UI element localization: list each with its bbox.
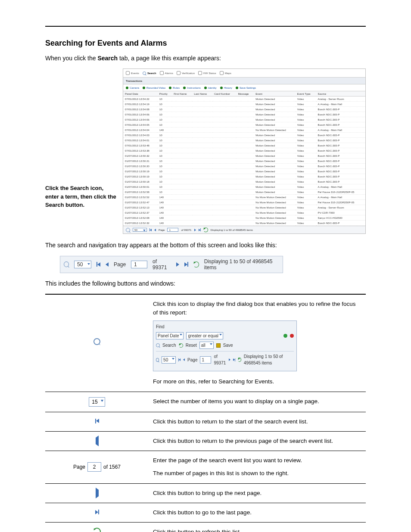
page-size-select[interactable]: 50 bbox=[162, 356, 176, 364]
reset-icon bbox=[179, 343, 183, 348]
refresh-icon[interactable] bbox=[238, 358, 241, 362]
prev-page-button[interactable] bbox=[183, 358, 185, 361]
intro-prefix: When you click the bbox=[45, 55, 97, 62]
intro-bold: Search bbox=[97, 55, 118, 62]
page-label: Page bbox=[187, 357, 197, 363]
table-row[interactable]: 01/07/2013 13:50:1810Motion DetectedVide… bbox=[123, 179, 365, 184]
chip-icon bbox=[198, 71, 202, 75]
col-message[interactable]: Message bbox=[236, 91, 254, 96]
search-button[interactable]: Search bbox=[162, 342, 176, 348]
all-select[interactable]: all bbox=[199, 342, 214, 349]
table-row[interactable]: 01/07/2013 13:50:3210Motion DetectedVide… bbox=[123, 153, 365, 159]
remove-criteria-icon[interactable] bbox=[290, 334, 294, 338]
search-icon[interactable] bbox=[64, 261, 69, 267]
tab-search[interactable]: Search bbox=[143, 72, 156, 75]
page-size-select[interactable]: 15 bbox=[89, 397, 105, 407]
table-row[interactable]: 01/07/2013 13:52:52140No More Motion Det… bbox=[123, 195, 365, 200]
last-page-button[interactable] bbox=[199, 228, 201, 231]
page-size-select[interactable]: 50 bbox=[133, 228, 147, 232]
table-row[interactable]: 01/07/2013 13:50:1910Motion DetectedVide… bbox=[123, 169, 365, 174]
filter-identity[interactable]: Identity bbox=[204, 86, 217, 89]
filter-recorded-video[interactable]: Recorded Video bbox=[143, 86, 165, 89]
tab-verification[interactable]: Verification bbox=[177, 71, 195, 75]
table-row[interactable]: 01/07/2013 13:50:1910Motion DetectedVide… bbox=[123, 174, 365, 179]
refresh-icon[interactable] bbox=[193, 261, 199, 268]
last-page-button[interactable] bbox=[233, 358, 235, 361]
first-page-button[interactable] bbox=[149, 228, 152, 231]
first-page-button[interactable] bbox=[95, 419, 99, 423]
table-row[interactable]: 07/01/2013 13:54:0810Motion DetectedVide… bbox=[123, 107, 365, 112]
col-priority[interactable]: Priority bbox=[158, 91, 172, 96]
table-row[interactable]: 07/01/2013 13:54:0610Motion DetectedVide… bbox=[123, 112, 365, 117]
col-first-name[interactable]: First Name bbox=[172, 91, 192, 96]
table-row[interactable]: 01/07/2013 13:50:0110Motion DetectedVide… bbox=[123, 184, 365, 190]
operator-select[interactable]: greater or equal bbox=[186, 332, 223, 339]
first-page-button[interactable] bbox=[97, 262, 100, 267]
col-source[interactable]: Source bbox=[316, 91, 365, 96]
table-row[interactable]: 01/07/2013 13:52:08140No More Motion Det… bbox=[123, 215, 365, 221]
table-row[interactable]: 07/01/2013 13:54:04140No More Motion Det… bbox=[123, 128, 365, 133]
col-panel-date[interactable]: Panel Date bbox=[123, 91, 158, 96]
table-row[interactable]: 01/07/2013 13:52:37140No More Motion Det… bbox=[123, 210, 365, 215]
next-page-button[interactable] bbox=[96, 488, 99, 498]
col-event-type[interactable]: Event Type bbox=[296, 91, 316, 96]
table-row[interactable]: 07/01/2013 13:54:2210Motion DetectedVide… bbox=[123, 96, 365, 102]
page-size-select[interactable]: 50 bbox=[74, 261, 91, 268]
first-page-button[interactable] bbox=[178, 358, 181, 361]
table-row[interactable]: 01/07/2013 13:50:2110Motion DetectedVide… bbox=[123, 159, 365, 164]
table-row[interactable]: 07/01/2013 13:54:1910Motion DetectedVide… bbox=[123, 102, 365, 107]
page-input[interactable]: 1 bbox=[167, 228, 178, 232]
add-criteria-icon[interactable] bbox=[283, 334, 287, 338]
table-row[interactable]: 01/07/2013 13:52:47140No More Motion Det… bbox=[123, 200, 365, 205]
tab-hwstatus[interactable]: HW Status bbox=[198, 71, 216, 75]
plus-icon bbox=[183, 87, 186, 89]
last-page-button[interactable] bbox=[95, 510, 99, 514]
first-page-description: Click this button to return to the start… bbox=[149, 412, 366, 431]
search-icon[interactable] bbox=[93, 338, 100, 345]
refresh-icon[interactable] bbox=[93, 528, 101, 532]
search-icon[interactable] bbox=[126, 228, 130, 232]
find-description: Click this icon to display the find dial… bbox=[153, 300, 361, 317]
field-select[interactable]: Panel Date bbox=[156, 332, 184, 339]
prev-page-description: Click this button to return to the previ… bbox=[149, 431, 366, 451]
table-row[interactable]: 01/07/2013 13:52:13140No More Motion Det… bbox=[123, 205, 365, 210]
next-page-button[interactable] bbox=[229, 358, 230, 361]
next-page-button[interactable] bbox=[176, 262, 179, 267]
col-card-number[interactable]: Card Number bbox=[212, 91, 237, 96]
next-page-button[interactable] bbox=[194, 229, 196, 231]
save-button[interactable]: Save bbox=[223, 342, 233, 348]
last-page-description: Click this button to go to the last page… bbox=[149, 503, 366, 522]
filter-camera[interactable]: Camera bbox=[126, 86, 139, 89]
filter-save-settings[interactable]: Save Settings bbox=[236, 86, 256, 89]
page-input[interactable]: 2 bbox=[87, 462, 101, 472]
tab-alarms[interactable]: Alarms bbox=[160, 71, 173, 75]
page-input[interactable]: 1 bbox=[200, 356, 211, 364]
tab-events[interactable]: Events bbox=[126, 71, 139, 75]
last-page-button[interactable] bbox=[184, 262, 188, 267]
search-icon[interactable] bbox=[156, 358, 159, 362]
table-row[interactable]: 07/01/2013 13:54:0310Motion DetectedVide… bbox=[123, 133, 365, 138]
filter-history[interactable]: History bbox=[220, 86, 232, 89]
col-event[interactable]: Event bbox=[254, 91, 296, 96]
reset-button[interactable]: Reset bbox=[186, 342, 197, 348]
table-row[interactable]: 07/01/2013 13:54:0610Motion DetectedVide… bbox=[123, 117, 365, 122]
filter-rules[interactable]: Rules bbox=[169, 86, 180, 89]
table-row[interactable]: 07/01/2013 13:53:4810Motion DetectedVide… bbox=[123, 143, 365, 148]
col-last-name[interactable]: Last Name bbox=[192, 91, 212, 96]
filter-instructions[interactable]: Instructions bbox=[183, 86, 201, 89]
table-row[interactable]: 07/01/2013 13:54:0510Motion DetectedVide… bbox=[123, 122, 365, 128]
prev-page-button[interactable] bbox=[154, 229, 156, 231]
page-top-rule bbox=[45, 26, 366, 27]
table-row[interactable]: 01/07/2013 13:52:32140No More Motion Det… bbox=[123, 221, 365, 226]
table-row[interactable]: 01/07/2013 13:50:2010Motion DetectedVide… bbox=[123, 164, 365, 169]
prev-page-button[interactable] bbox=[106, 262, 109, 267]
page-description-1: Enter the page of the search event list … bbox=[153, 456, 361, 465]
table-row[interactable]: 01/07/2013 13:52:5810Motion DetectedVide… bbox=[123, 190, 365, 195]
refresh-icon[interactable] bbox=[203, 227, 208, 232]
tab-maps[interactable]: Maps bbox=[220, 71, 231, 75]
table-row[interactable]: 07/01/2013 13:53:3810Motion DetectedVide… bbox=[123, 148, 365, 153]
prev-page-button[interactable] bbox=[96, 436, 99, 446]
table-row[interactable]: 07/01/2013 13:54:0110Motion DetectedVide… bbox=[123, 138, 365, 143]
save-icon bbox=[216, 343, 221, 348]
page-input[interactable]: 1 bbox=[131, 261, 147, 268]
